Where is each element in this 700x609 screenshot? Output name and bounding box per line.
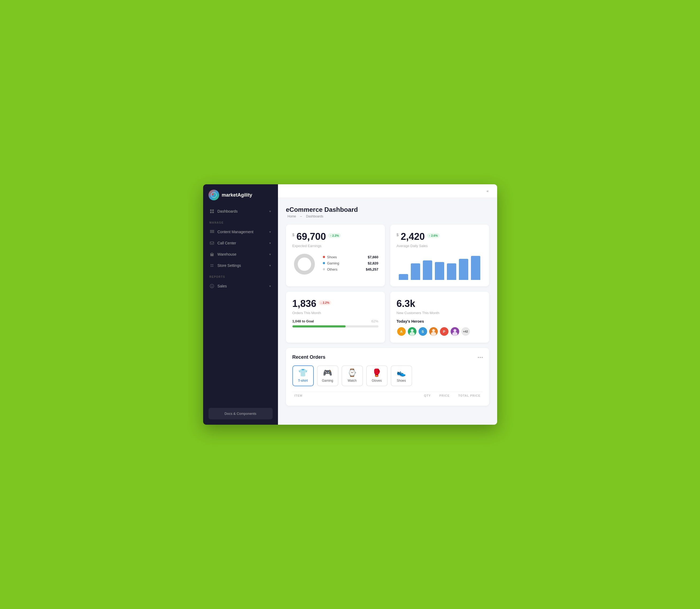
- sidebar-item-call-center[interactable]: Call Center ▼: [203, 238, 278, 249]
- sidebar-item-sales[interactable]: $ Sales ▼: [203, 280, 278, 292]
- top-bar: «: [278, 184, 497, 198]
- svg-point-32: [411, 329, 413, 332]
- category-tab-tshirt[interactable]: 👕 T-shirt: [292, 365, 314, 386]
- svg-rect-4: [210, 209, 212, 211]
- orders-top: 1,836 ↓ 2.2%: [292, 298, 378, 309]
- chevron-down-icon: ▼: [269, 253, 272, 256]
- category-tab-gloves[interactable]: 🥊 Gloves: [366, 365, 388, 386]
- legend-name-gaming: Gaming: [327, 261, 365, 265]
- cat-icon-tshirt: 👕: [298, 369, 308, 377]
- avatar-a: A: [397, 327, 406, 336]
- recent-orders-header: Recent Orders: [292, 354, 483, 360]
- category-tab-watch[interactable]: ⌚ Watch: [342, 365, 363, 386]
- svg-rect-15: [213, 231, 214, 232]
- daily-sales-value: 2,420: [400, 231, 425, 242]
- svg-point-1: [212, 194, 214, 195]
- svg-rect-5: [212, 209, 214, 211]
- cat-label-tshirt: T-shirt: [298, 379, 308, 383]
- bar-6: [471, 256, 480, 280]
- legend-dot-others: [323, 268, 325, 270]
- bar-2: [423, 260, 432, 280]
- svg-point-3: [214, 195, 215, 196]
- sidebar-item-dashboards[interactable]: Dashboards ▼: [203, 206, 278, 217]
- warehouse-icon: [209, 252, 215, 257]
- progress-bar-background: [292, 325, 378, 328]
- cat-label-watch: Watch: [348, 379, 357, 383]
- dashboard-icon: [209, 209, 215, 214]
- svg-point-0: [211, 192, 217, 198]
- svg-rect-19: [213, 232, 214, 233]
- table-header-total-price: TOTAL PRICE: [456, 394, 482, 397]
- more-options-button[interactable]: [478, 357, 483, 358]
- stats-grid-bottom: 1,836 ↓ 2.2% Orders This Month 1,048 to …: [286, 292, 489, 343]
- svg-rect-18: [212, 232, 213, 233]
- svg-point-35: [432, 329, 435, 332]
- bar-chart: [397, 253, 483, 280]
- chevron-down-icon: ▼: [269, 230, 272, 233]
- category-tab-shoes[interactable]: 👟 Shoes: [391, 365, 412, 386]
- svg-point-24: [211, 266, 212, 267]
- svg-point-33: [409, 332, 415, 336]
- cat-label-gaming: Gaming: [322, 379, 333, 383]
- breadcrumb-separator: –: [300, 214, 302, 218]
- legend-dot-shoes: [323, 256, 325, 258]
- recent-orders-title: Recent Orders: [292, 354, 326, 360]
- sidebar-item-warehouse[interactable]: Warehouse ▼: [203, 249, 278, 260]
- goal-text: 1,048 to Goal: [292, 319, 314, 323]
- earnings-currency: $: [292, 233, 294, 237]
- svg-rect-13: [211, 231, 212, 232]
- bar-1: [411, 263, 420, 280]
- customers-label: New Customers This Month: [397, 311, 483, 315]
- svg-point-39: [452, 332, 458, 336]
- bar-3: [435, 262, 444, 280]
- avatar-photo-2: [429, 327, 438, 336]
- svg-point-23: [212, 264, 213, 265]
- avatar-p: P: [439, 327, 449, 336]
- donut-legend: Shoes $7,660 Gaming $2,820 Others: [323, 255, 378, 274]
- daily-sales-currency: $: [397, 233, 399, 237]
- goal-row: 1,048 to Goal 62%: [292, 319, 378, 323]
- table-header-item: ITEM: [292, 394, 418, 397]
- chevron-down-icon: ▼: [269, 210, 272, 213]
- avatar-s: S: [418, 327, 428, 336]
- svg-point-25: [212, 266, 213, 267]
- bar-0: [399, 274, 408, 280]
- cat-icon-shoes: 👟: [397, 369, 406, 377]
- sidebar-item-store-settings[interactable]: Store Settings ▼: [203, 260, 278, 271]
- chevron-down-icon: ▼: [269, 242, 272, 245]
- heroes-section: Today's Heroes A: [397, 319, 483, 336]
- svg-point-2: [214, 193, 215, 195]
- earnings-value: 69,700: [296, 231, 326, 242]
- category-tab-gaming[interactable]: 🎮 Gaming: [317, 365, 338, 386]
- legend-others: Others $45,257: [323, 267, 378, 272]
- orders-card: 1,836 ↓ 2.2% Orders This Month 1,048 to …: [286, 292, 385, 343]
- cat-label-shoes: Shoes: [397, 379, 406, 383]
- daily-sales-badge: ↑ 2.6%: [427, 233, 440, 238]
- sidebar-item-content-management[interactable]: Content Management ▼: [203, 226, 278, 238]
- avatar-photo-1: [407, 327, 417, 336]
- store-settings-icon: [209, 263, 215, 268]
- table-header-qty: QTY: [422, 394, 433, 397]
- cat-label-gloves: Gloves: [372, 379, 382, 383]
- heroes-title: Today's Heroes: [397, 319, 483, 324]
- svg-rect-21: [210, 254, 214, 256]
- svg-rect-11: [213, 230, 214, 231]
- collapse-sidebar-button[interactable]: «: [484, 187, 492, 195]
- legend-gaming: Gaming $2,820: [323, 261, 378, 265]
- svg-rect-10: [212, 230, 213, 231]
- legend-value-gaming: $2,820: [368, 261, 378, 265]
- dot-1: [478, 357, 479, 358]
- logo-text: marketAgility: [222, 192, 252, 198]
- docs-button[interactable]: Docs & Components: [208, 408, 273, 419]
- sidebar-item-label: Content Management: [218, 230, 254, 234]
- svg-point-36: [431, 332, 436, 336]
- svg-point-38: [453, 329, 456, 332]
- page-header: eCommerce Dashboard Home – Dashboards: [286, 206, 489, 218]
- svg-rect-6: [210, 211, 212, 213]
- customers-card: 6.3k New Customers This Month Today's He…: [390, 292, 489, 343]
- sidebar-item-label: Dashboards: [218, 209, 238, 213]
- legend-name-others: Others: [327, 267, 364, 272]
- customers-value: 6.3k: [397, 298, 415, 309]
- svg-point-22: [211, 264, 212, 265]
- avatar-more: +42: [461, 327, 471, 336]
